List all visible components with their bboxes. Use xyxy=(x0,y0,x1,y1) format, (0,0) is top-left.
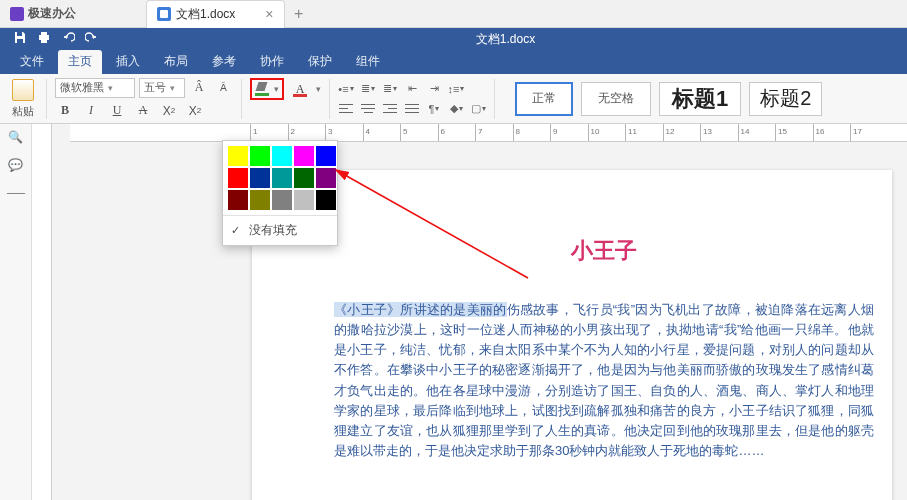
paste-icon xyxy=(12,79,34,101)
document-tab-label: 文档1.docx xyxy=(176,6,235,23)
superscript-button[interactable]: X2 xyxy=(159,102,179,120)
ruler-tick xyxy=(775,124,813,142)
color-swatch[interactable] xyxy=(228,168,248,188)
highlight-color-button[interactable]: ▾ xyxy=(250,78,284,100)
menu-addons[interactable]: 组件 xyxy=(346,50,390,74)
body-text: 伤感故事，飞行员“我”因为飞机出了故障，被迫降落在远离人烟的撒哈拉沙漠上，这时一… xyxy=(334,302,874,458)
outline-icon[interactable] xyxy=(7,186,25,200)
chevron-down-icon: ▾ xyxy=(170,83,175,93)
chevron-down-icon: ▾ xyxy=(274,84,279,94)
document-canvas[interactable]: 小王子 《小王子》所讲述的是美丽的伤感故事，飞行员“我”因为飞机出了故障，被迫降… xyxy=(52,142,907,500)
ruler-tick xyxy=(663,124,701,142)
color-swatch[interactable] xyxy=(250,168,270,188)
color-swatch[interactable] xyxy=(272,168,292,188)
highlight-color-popup: ✓ 没有填充 xyxy=(222,140,338,246)
color-swatch[interactable] xyxy=(316,146,336,166)
line-spacing-button[interactable]: ↕≡▾ xyxy=(448,82,464,96)
menu-home[interactable]: 主页 xyxy=(58,50,102,74)
color-swatch[interactable] xyxy=(228,146,248,166)
color-swatch[interactable] xyxy=(316,168,336,188)
numbering-button[interactable]: ≣▾ xyxy=(360,82,376,96)
ruler-tick xyxy=(550,124,588,142)
redo-icon[interactable] xyxy=(80,31,104,48)
comments-icon[interactable]: 💬 xyxy=(7,158,25,172)
paste-group[interactable]: 粘贴 xyxy=(8,79,38,119)
indent-left-button[interactable]: ⇤ xyxy=(404,82,420,96)
style-heading2[interactable]: 标题2 xyxy=(749,82,822,116)
strike-button[interactable]: A xyxy=(133,102,153,120)
ruler-tick xyxy=(813,124,851,142)
subscript-button[interactable]: X2 xyxy=(185,102,205,120)
ribbon: 粘贴 微软雅黑▾ 五号▾ Â Ǎ B I U A X2 X2 ▾ A xyxy=(0,74,907,124)
menu-insert[interactable]: 插入 xyxy=(106,50,150,74)
shrink-font-button[interactable]: Ǎ xyxy=(213,79,233,97)
add-tab-button[interactable]: + xyxy=(285,5,313,23)
menu-protect[interactable]: 保护 xyxy=(298,50,342,74)
page: 小王子 《小王子》所讲述的是美丽的伤感故事，飞行员“我”因为飞机出了故障，被迫降… xyxy=(252,170,892,500)
search-icon[interactable]: 🔍 xyxy=(7,130,25,144)
align-left-button[interactable] xyxy=(338,102,354,116)
font-color-button[interactable]: A xyxy=(290,80,310,98)
color-swatch[interactable] xyxy=(272,146,292,166)
color-swatch[interactable] xyxy=(228,190,248,210)
ruler-tick xyxy=(438,124,476,142)
align-center-button[interactable] xyxy=(360,102,376,116)
menu-reference[interactable]: 参考 xyxy=(202,50,246,74)
color-swatch[interactable] xyxy=(250,146,270,166)
color-swatch[interactable] xyxy=(250,190,270,210)
svg-rect-0 xyxy=(17,32,22,36)
window-title: 文档1.docx xyxy=(104,31,907,48)
borders-button[interactable]: ▢▾ xyxy=(470,102,486,116)
no-fill-option[interactable]: ✓ 没有填充 xyxy=(223,216,337,245)
left-tool-strip: 🔍 💬 xyxy=(0,124,32,500)
color-swatch[interactable] xyxy=(294,190,314,210)
font-color-icon: A xyxy=(293,82,307,96)
grow-font-button[interactable]: Â xyxy=(189,79,209,97)
style-nospace[interactable]: 无空格 xyxy=(581,82,651,116)
bullets-button[interactable]: •≡▾ xyxy=(338,82,354,96)
document-body[interactable]: 《小王子》所讲述的是美丽的伤感故事，飞行员“我”因为飞机出了故障，被迫降落在远离… xyxy=(334,300,874,461)
separator xyxy=(494,79,495,119)
svg-rect-1 xyxy=(17,39,23,43)
color-swatch[interactable] xyxy=(294,146,314,166)
chevron-down-icon[interactable]: ▾ xyxy=(316,84,321,94)
undo-icon[interactable] xyxy=(56,31,80,48)
color-grid xyxy=(223,141,337,215)
style-normal[interactable]: 正常 xyxy=(515,82,573,116)
close-tab-button[interactable]: × xyxy=(265,6,273,22)
color-swatch[interactable] xyxy=(294,168,314,188)
horizontal-ruler xyxy=(70,124,907,142)
shading-button[interactable]: ◆▾ xyxy=(448,102,464,116)
multilevel-button[interactable]: ≣▾ xyxy=(382,82,398,96)
italic-button[interactable]: I xyxy=(81,102,101,120)
color-swatch[interactable] xyxy=(272,190,292,210)
ruler-tick xyxy=(513,124,551,142)
separator xyxy=(329,79,330,119)
no-fill-label: 没有填充 xyxy=(249,222,297,239)
app-logo-icon xyxy=(10,7,24,21)
check-icon: ✓ xyxy=(231,224,243,237)
color-swatch[interactable] xyxy=(316,190,336,210)
print-icon[interactable] xyxy=(32,31,56,48)
separator xyxy=(46,79,47,119)
menu-collab[interactable]: 协作 xyxy=(250,50,294,74)
ruler-tick xyxy=(625,124,663,142)
style-heading1[interactable]: 标题1 xyxy=(659,82,741,116)
app-name: 极速办公 xyxy=(28,5,76,22)
align-right-button[interactable] xyxy=(382,102,398,116)
menu-layout[interactable]: 布局 xyxy=(154,50,198,74)
font-family-select[interactable]: 微软雅黑▾ xyxy=(55,78,135,98)
document-tab[interactable]: 文档1.docx × xyxy=(146,0,285,28)
indent-right-button[interactable]: ⇥ xyxy=(426,82,442,96)
bold-button[interactable]: B xyxy=(55,102,75,120)
ruler-tick xyxy=(475,124,513,142)
underline-button[interactable]: U xyxy=(107,102,127,120)
save-icon[interactable] xyxy=(8,31,32,48)
menu-file[interactable]: 文件 xyxy=(10,50,54,74)
ruler-tick xyxy=(738,124,776,142)
align-justify-button[interactable] xyxy=(404,102,420,116)
workspace: 🔍 💬 小王子 《小王子》所讲述的是美丽的伤感故事，飞行员“我”因为飞机出了故障… xyxy=(0,124,907,500)
font-size-select[interactable]: 五号▾ xyxy=(139,78,185,98)
app-logo: 极速办公 xyxy=(0,5,86,22)
paragraph-marks-button[interactable]: ¶▾ xyxy=(426,102,442,116)
